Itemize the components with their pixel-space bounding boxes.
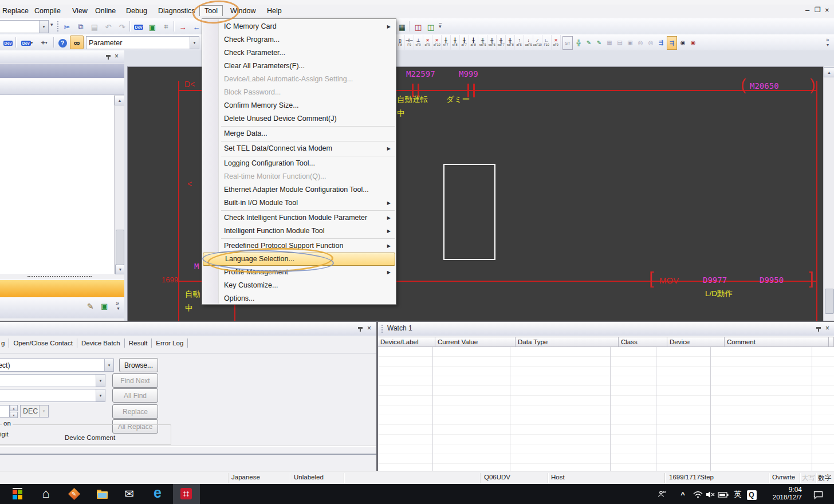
splitter-grip[interactable] (27, 276, 92, 277)
device-grid-icon[interactable]: Dev (1, 36, 15, 50)
panel-grip[interactable] (381, 325, 383, 333)
toolbar-more-icon[interactable]: ▼ (116, 306, 120, 310)
device-search-icon[interactable]: ⌖▾ (36, 36, 53, 50)
navigation-scrollbar[interactable]: ▲ ▼ (114, 95, 125, 274)
ladder-tool-saf8[interactable]: ╫saF8 (506, 35, 515, 50)
people-icon[interactable] (655, 487, 669, 501)
replace-with-combo[interactable]: ▾ (0, 389, 105, 402)
menu-help[interactable]: Help (262, 6, 286, 16)
cut-icon[interactable]: ✂ (60, 20, 74, 34)
pin-icon[interactable] (357, 326, 363, 332)
monitor-screen-icon[interactable]: ▣ (145, 20, 159, 34)
tray-expand-chevron-icon[interactable]: ^ (676, 487, 690, 501)
ladder-tool-af8[interactable]: ╂aF8 (469, 35, 478, 50)
edit-comment-icon[interactable]: ✎ (584, 36, 593, 49)
point-count-field[interactable] (0, 405, 10, 418)
menu-compile[interactable]: Compile (30, 6, 65, 16)
tab-open-close-contact[interactable]: Open/Close Contact (9, 338, 77, 348)
browse-button[interactable]: Browse... (119, 358, 158, 372)
menu-item-key-customize[interactable]: Key Customize... (202, 279, 396, 292)
battery-icon[interactable] (717, 487, 730, 501)
replace-button[interactable]: Replace (112, 404, 158, 419)
combo-dropdown-icon[interactable]: ▾ (96, 375, 105, 387)
close-icon[interactable]: × (825, 325, 829, 331)
ladder-scrollbar[interactable]: ▲ (823, 66, 834, 321)
all-find-button[interactable]: All Find (112, 388, 158, 403)
edge-icon[interactable]: e (151, 486, 164, 499)
ladder-tool-caf10[interactable]: ⁄caF10 (533, 35, 542, 50)
menu-item-check-intelligent-module-parameter[interactable]: Check Intelligent Function Module Parame… (202, 211, 396, 225)
navigation-tree[interactable] (0, 95, 114, 274)
quick-combo[interactable]: ▾ (0, 20, 49, 33)
st-tool-icon[interactable]: ST (562, 36, 573, 50)
device-eye-icon[interactable]: Dev▾ (18, 36, 36, 50)
zoom-doc2-icon[interactable]: ◎ (646, 36, 655, 49)
tab-device-batch[interactable]: Device Batch (77, 338, 125, 348)
ladder-tool-f9[interactable]: ⊣⊢F9 (405, 35, 414, 50)
redo-icon[interactable]: ↷ (115, 20, 129, 34)
gx-works-icon[interactable]: ‡‡ (179, 487, 193, 501)
list-tool-icon[interactable]: ▤ (615, 36, 624, 49)
menu-item-check-parameter[interactable]: Check Parameter... (202, 46, 396, 60)
menu-item-ethernet-adapter-config-tool[interactable]: Ethernet Adapter Module Configuration To… (202, 183, 396, 196)
copy-icon[interactable]: ⧉ (74, 20, 88, 34)
menu-item-set-tel-data[interactable]: Set TEL Data/Connect via Modem▶ (202, 142, 396, 155)
device-display-icon[interactable]: Dev (132, 20, 145, 34)
col-device[interactable]: Device (667, 337, 725, 347)
scrollbar-thumb[interactable] (116, 230, 124, 265)
mdi-minimize-icon[interactable]: – (805, 6, 809, 14)
ladder-tool-f8[interactable]: {}F8 (396, 35, 405, 50)
number-format-combo[interactable]: DEC ▾ (20, 405, 49, 418)
menu-view[interactable]: View (68, 6, 92, 16)
find-next-button[interactable]: Find Next (112, 373, 158, 388)
pin-icon[interactable] (816, 326, 821, 332)
ladder-tool-caf5[interactable]: ↓caF5 (524, 35, 533, 50)
ladder-tool-f10[interactable]: ∟F10 (542, 35, 552, 50)
menu-item-check-program[interactable]: Check Program... (202, 33, 396, 46)
mdi-close-icon[interactable]: × (825, 6, 829, 14)
menu-item-predefined-protocol-support[interactable]: Predefined Protocol Support Function▶ (202, 239, 396, 253)
gauge-b-icon[interactable]: ◫ (424, 20, 438, 34)
wifi-icon[interactable] (691, 487, 705, 501)
ladder-tool-sf7[interactable]: ╂sF7 (442, 35, 451, 50)
search-edit-icon[interactable]: ◉ (689, 36, 698, 49)
ladder-tool-saf5[interactable]: ╫saF5 (478, 35, 487, 50)
watch-table-body[interactable] (378, 347, 834, 471)
mdi-restore-icon[interactable]: ❐ (815, 6, 821, 14)
monitor-window-icon[interactable]: ▣ (101, 302, 108, 310)
paste-icon[interactable]: ▤ (88, 20, 101, 34)
menu-item-device-label-auto-assign[interactable]: Device/Label Automatic-Assign Setting... (202, 73, 396, 86)
ladder-tool-cf10[interactable]: ✕cF10 (432, 35, 442, 50)
toolbar-grip[interactable] (57, 21, 58, 32)
toolbar-more-icon[interactable]: ▾ (827, 42, 829, 48)
close-icon[interactable]: × (367, 325, 371, 331)
menu-item-options[interactable]: Options... (202, 292, 396, 305)
ladder-tool-saf6[interactable]: ╫saF6 (487, 35, 497, 50)
toolbar-overflow-icon[interactable]: ▾ (50, 22, 53, 27)
menu-item-builtin-io-module-tool[interactable]: Built-in I/O Module Tool▶ (202, 196, 396, 210)
q-app-tray-icon[interactable]: Q (745, 488, 758, 502)
menu-online[interactable]: Online (91, 6, 120, 16)
menu-item-delete-unused-device-comment[interactable]: Delete Unused Device Comment(J) (202, 112, 396, 125)
tree-tool-icon[interactable]: ⇶ (656, 36, 666, 49)
menu-replace[interactable]: Replace (0, 6, 33, 16)
selected-category-bar[interactable] (0, 279, 124, 298)
grid-tool-icon[interactable]: ▦ (605, 36, 614, 49)
col-data-type[interactable]: Data Type (516, 337, 619, 347)
ladder-tool-af9[interactable]: ✕aF9 (552, 35, 561, 50)
combo-dropdown-icon[interactable]: ▾ (39, 21, 48, 33)
col-device-label[interactable]: Device/Label (378, 337, 435, 347)
ladder-selection-cursor[interactable] (443, 164, 495, 260)
menu-diagnostics[interactable]: Diagnostics (154, 6, 200, 16)
menu-debug[interactable]: Debug (121, 6, 152, 16)
find-what-combo[interactable]: ▾ (0, 374, 105, 387)
menu-item-clear-all-parameters[interactable]: Clear All Parameters(F)... (202, 60, 396, 73)
ladder-tool-sf9[interactable]: ⊥sF9 (414, 35, 423, 50)
combo-dropdown-icon[interactable]: ▾ (190, 37, 199, 49)
editor-app-icon[interactable]: ✎ (67, 487, 81, 501)
find-binoculars-icon[interactable]: ∞ (70, 36, 84, 49)
toolbar-overflow-icon[interactable]: ▾ (439, 23, 442, 29)
col-comment[interactable]: Comment (725, 337, 829, 347)
mail-icon[interactable]: ✉ (123, 487, 136, 501)
col-class[interactable]: Class (619, 337, 667, 347)
